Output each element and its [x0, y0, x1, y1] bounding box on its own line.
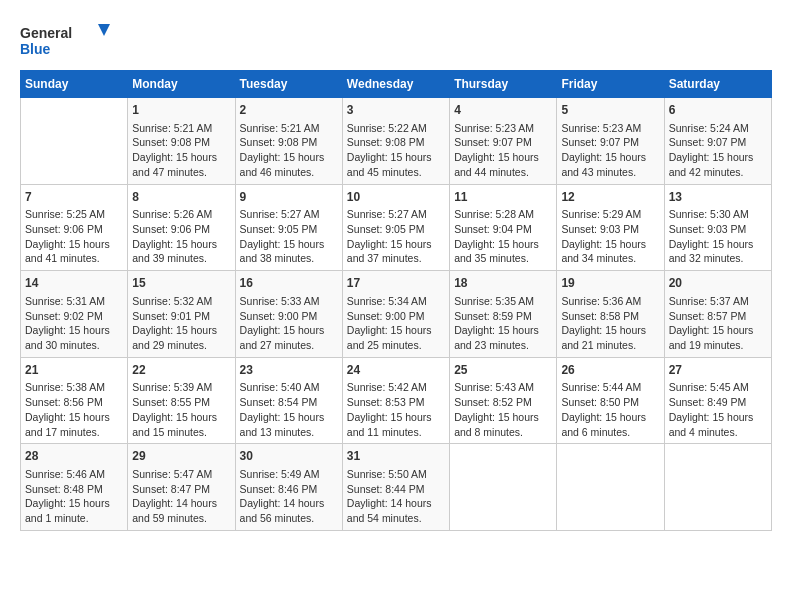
day-number: 2: [240, 102, 338, 119]
day-number: 20: [669, 275, 767, 292]
day-number: 15: [132, 275, 230, 292]
day-info: Sunrise: 5:30 AM Sunset: 9:03 PM Dayligh…: [669, 207, 767, 266]
day-number: 14: [25, 275, 123, 292]
day-info: Sunrise: 5:24 AM Sunset: 9:07 PM Dayligh…: [669, 121, 767, 180]
calendar-cell: 6Sunrise: 5:24 AM Sunset: 9:07 PM Daylig…: [664, 98, 771, 185]
calendar-cell: 22Sunrise: 5:39 AM Sunset: 8:55 PM Dayli…: [128, 357, 235, 444]
day-info: Sunrise: 5:46 AM Sunset: 8:48 PM Dayligh…: [25, 467, 123, 526]
header-tuesday: Tuesday: [235, 71, 342, 98]
calendar-cell: 30Sunrise: 5:49 AM Sunset: 8:46 PM Dayli…: [235, 444, 342, 531]
calendar-cell: 5Sunrise: 5:23 AM Sunset: 9:07 PM Daylig…: [557, 98, 664, 185]
calendar-cell: 16Sunrise: 5:33 AM Sunset: 9:00 PM Dayli…: [235, 271, 342, 358]
day-info: Sunrise: 5:31 AM Sunset: 9:02 PM Dayligh…: [25, 294, 123, 353]
day-info: Sunrise: 5:22 AM Sunset: 9:08 PM Dayligh…: [347, 121, 445, 180]
day-info: Sunrise: 5:40 AM Sunset: 8:54 PM Dayligh…: [240, 380, 338, 439]
calendar-cell: 25Sunrise: 5:43 AM Sunset: 8:52 PM Dayli…: [450, 357, 557, 444]
day-info: Sunrise: 5:28 AM Sunset: 9:04 PM Dayligh…: [454, 207, 552, 266]
calendar-cell: 31Sunrise: 5:50 AM Sunset: 8:44 PM Dayli…: [342, 444, 449, 531]
calendar-cell: 4Sunrise: 5:23 AM Sunset: 9:07 PM Daylig…: [450, 98, 557, 185]
calendar-cell: 12Sunrise: 5:29 AM Sunset: 9:03 PM Dayli…: [557, 184, 664, 271]
day-info: Sunrise: 5:47 AM Sunset: 8:47 PM Dayligh…: [132, 467, 230, 526]
calendar-cell: 29Sunrise: 5:47 AM Sunset: 8:47 PM Dayli…: [128, 444, 235, 531]
calendar-cell: 14Sunrise: 5:31 AM Sunset: 9:02 PM Dayli…: [21, 271, 128, 358]
day-info: Sunrise: 5:49 AM Sunset: 8:46 PM Dayligh…: [240, 467, 338, 526]
day-info: Sunrise: 5:33 AM Sunset: 9:00 PM Dayligh…: [240, 294, 338, 353]
week-row-2: 7Sunrise: 5:25 AM Sunset: 9:06 PM Daylig…: [21, 184, 772, 271]
day-info: Sunrise: 5:25 AM Sunset: 9:06 PM Dayligh…: [25, 207, 123, 266]
day-number: 13: [669, 189, 767, 206]
svg-text:Blue: Blue: [20, 41, 51, 57]
day-number: 21: [25, 362, 123, 379]
logo-svg: General Blue: [20, 20, 110, 60]
calendar-cell: 15Sunrise: 5:32 AM Sunset: 9:01 PM Dayli…: [128, 271, 235, 358]
header-saturday: Saturday: [664, 71, 771, 98]
day-number: 7: [25, 189, 123, 206]
day-number: 8: [132, 189, 230, 206]
day-number: 30: [240, 448, 338, 465]
day-number: 12: [561, 189, 659, 206]
day-number: 23: [240, 362, 338, 379]
day-number: 1: [132, 102, 230, 119]
day-number: 29: [132, 448, 230, 465]
day-info: Sunrise: 5:37 AM Sunset: 8:57 PM Dayligh…: [669, 294, 767, 353]
header-thursday: Thursday: [450, 71, 557, 98]
calendar-cell: 13Sunrise: 5:30 AM Sunset: 9:03 PM Dayli…: [664, 184, 771, 271]
calendar-cell: 24Sunrise: 5:42 AM Sunset: 8:53 PM Dayli…: [342, 357, 449, 444]
calendar-cell: 2Sunrise: 5:21 AM Sunset: 9:08 PM Daylig…: [235, 98, 342, 185]
day-number: 19: [561, 275, 659, 292]
calendar-cell: [21, 98, 128, 185]
day-info: Sunrise: 5:27 AM Sunset: 9:05 PM Dayligh…: [240, 207, 338, 266]
day-number: 17: [347, 275, 445, 292]
day-info: Sunrise: 5:38 AM Sunset: 8:56 PM Dayligh…: [25, 380, 123, 439]
day-info: Sunrise: 5:32 AM Sunset: 9:01 PM Dayligh…: [132, 294, 230, 353]
calendar-cell: 10Sunrise: 5:27 AM Sunset: 9:05 PM Dayli…: [342, 184, 449, 271]
day-info: Sunrise: 5:21 AM Sunset: 9:08 PM Dayligh…: [132, 121, 230, 180]
week-row-3: 14Sunrise: 5:31 AM Sunset: 9:02 PM Dayli…: [21, 271, 772, 358]
svg-marker-2: [98, 24, 110, 36]
calendar-cell: 21Sunrise: 5:38 AM Sunset: 8:56 PM Dayli…: [21, 357, 128, 444]
day-info: Sunrise: 5:35 AM Sunset: 8:59 PM Dayligh…: [454, 294, 552, 353]
day-number: 31: [347, 448, 445, 465]
day-info: Sunrise: 5:50 AM Sunset: 8:44 PM Dayligh…: [347, 467, 445, 526]
day-number: 11: [454, 189, 552, 206]
day-number: 10: [347, 189, 445, 206]
calendar-cell: [450, 444, 557, 531]
calendar-cell: 23Sunrise: 5:40 AM Sunset: 8:54 PM Dayli…: [235, 357, 342, 444]
calendar-cell: [557, 444, 664, 531]
day-number: 6: [669, 102, 767, 119]
week-row-1: 1Sunrise: 5:21 AM Sunset: 9:08 PM Daylig…: [21, 98, 772, 185]
calendar-cell: 8Sunrise: 5:26 AM Sunset: 9:06 PM Daylig…: [128, 184, 235, 271]
day-number: 26: [561, 362, 659, 379]
calendar-cell: 3Sunrise: 5:22 AM Sunset: 9:08 PM Daylig…: [342, 98, 449, 185]
day-number: 5: [561, 102, 659, 119]
svg-text:General: General: [20, 25, 72, 41]
calendar-cell: 1Sunrise: 5:21 AM Sunset: 9:08 PM Daylig…: [128, 98, 235, 185]
calendar-cell: 19Sunrise: 5:36 AM Sunset: 8:58 PM Dayli…: [557, 271, 664, 358]
calendar-header-row: SundayMondayTuesdayWednesdayThursdayFrid…: [21, 71, 772, 98]
calendar-cell: 17Sunrise: 5:34 AM Sunset: 9:00 PM Dayli…: [342, 271, 449, 358]
day-number: 4: [454, 102, 552, 119]
calendar-table: SundayMondayTuesdayWednesdayThursdayFrid…: [20, 70, 772, 531]
day-info: Sunrise: 5:23 AM Sunset: 9:07 PM Dayligh…: [454, 121, 552, 180]
day-number: 22: [132, 362, 230, 379]
day-info: Sunrise: 5:23 AM Sunset: 9:07 PM Dayligh…: [561, 121, 659, 180]
day-number: 9: [240, 189, 338, 206]
day-number: 24: [347, 362, 445, 379]
day-info: Sunrise: 5:45 AM Sunset: 8:49 PM Dayligh…: [669, 380, 767, 439]
header-sunday: Sunday: [21, 71, 128, 98]
day-info: Sunrise: 5:21 AM Sunset: 9:08 PM Dayligh…: [240, 121, 338, 180]
day-info: Sunrise: 5:36 AM Sunset: 8:58 PM Dayligh…: [561, 294, 659, 353]
calendar-cell: 28Sunrise: 5:46 AM Sunset: 8:48 PM Dayli…: [21, 444, 128, 531]
header-monday: Monday: [128, 71, 235, 98]
week-row-5: 28Sunrise: 5:46 AM Sunset: 8:48 PM Dayli…: [21, 444, 772, 531]
calendar-cell: 11Sunrise: 5:28 AM Sunset: 9:04 PM Dayli…: [450, 184, 557, 271]
calendar-cell: [664, 444, 771, 531]
calendar-cell: 7Sunrise: 5:25 AM Sunset: 9:06 PM Daylig…: [21, 184, 128, 271]
week-row-4: 21Sunrise: 5:38 AM Sunset: 8:56 PM Dayli…: [21, 357, 772, 444]
day-info: Sunrise: 5:44 AM Sunset: 8:50 PM Dayligh…: [561, 380, 659, 439]
day-number: 16: [240, 275, 338, 292]
day-number: 3: [347, 102, 445, 119]
day-number: 27: [669, 362, 767, 379]
page-header: General Blue: [20, 20, 772, 60]
day-info: Sunrise: 5:27 AM Sunset: 9:05 PM Dayligh…: [347, 207, 445, 266]
